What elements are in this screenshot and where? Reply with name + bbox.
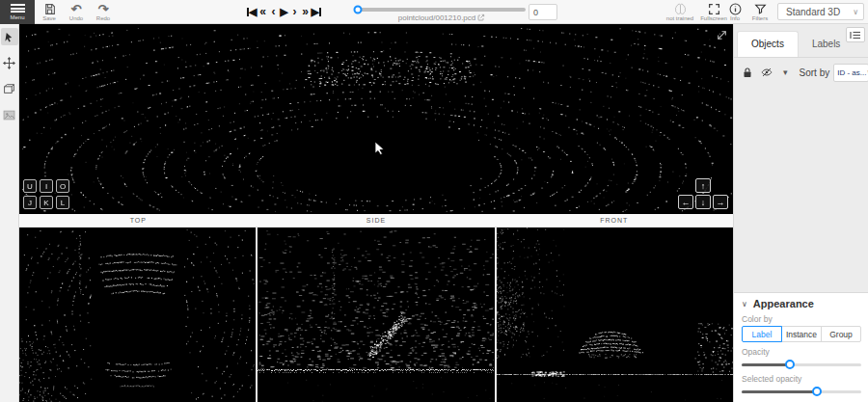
sort-select[interactable]: ID - as... ∨: [833, 64, 868, 82]
selected-opacity-slider[interactable]: [742, 387, 861, 396]
rotate-key-k[interactable]: K: [40, 196, 53, 209]
next-frame-button[interactable]: ›: [289, 3, 299, 20]
color-by-label-button[interactable]: Label: [742, 326, 782, 342]
rotate-key-u[interactable]: U: [23, 179, 37, 193]
filters-button[interactable]: Filters: [748, 1, 772, 23]
frame-number-input[interactable]: [529, 4, 557, 20]
fullscreen-icon: [708, 3, 720, 15]
color-by-instance-button[interactable]: Instance: [781, 326, 822, 342]
photo-context-button[interactable]: [1, 106, 18, 123]
link-icon: [477, 13, 485, 21]
last-frame-button[interactable]: ▶: [311, 3, 320, 20]
opacity-label: Opacity: [742, 347, 861, 357]
camera-rotate-keys: U I O J K L: [23, 179, 69, 209]
forward-frame-button[interactable]: »: [300, 3, 310, 20]
opacity-slider-handle[interactable]: [785, 360, 795, 369]
save-button[interactable]: Save: [37, 1, 62, 23]
backward-frame-button[interactable]: «: [258, 3, 267, 20]
expand-all-caret-icon[interactable]: ▾: [783, 67, 788, 77]
top-view-canvas[interactable]: [19, 228, 256, 402]
move-right-button[interactable]: →: [713, 195, 728, 209]
hide-all-button[interactable]: [761, 67, 773, 77]
lock-all-button[interactable]: [743, 67, 752, 78]
opacity-slider[interactable]: [742, 360, 861, 369]
front-view-label: FRONT: [495, 214, 733, 227]
appearance-panel: ∨ Appearance Color by Label Instance Gro…: [734, 292, 868, 402]
draw-cuboid-button[interactable]: [1, 80, 18, 97]
workspace-select-value: Standard 3D: [778, 7, 853, 17]
frame-slider[interactable]: [358, 8, 526, 12]
hamburger-icon: [11, 4, 25, 13]
first-frame-button[interactable]: ◀: [247, 3, 257, 20]
appearance-header[interactable]: ∨ Appearance: [742, 298, 861, 309]
move-up-button[interactable]: ↑: [695, 178, 711, 193]
workspace-select[interactable]: Standard 3D ∨: [777, 3, 864, 20]
collapse-appearance-icon: ∨: [742, 300, 747, 308]
eye-slash-icon: [761, 67, 773, 77]
menu-button[interactable]: Menu: [0, 0, 35, 24]
cursor-icon: [4, 31, 14, 43]
filter-icon: [754, 3, 767, 15]
sidebar-tabs: Objects Labels: [734, 32, 868, 58]
rotate-key-i[interactable]: I: [40, 179, 53, 193]
menu-label: Menu: [10, 14, 24, 20]
save-icon: [43, 3, 56, 15]
move-tool-button[interactable]: [1, 54, 18, 71]
redo-button[interactable]: ↷ Redo: [91, 1, 116, 23]
front-view-canvas[interactable]: [497, 228, 733, 402]
move-icon: [3, 57, 15, 69]
brain-icon: [673, 3, 688, 15]
objects-list-empty: [734, 85, 868, 292]
top-toolbar: Menu Save ↶ Undo ↷ Redo ◀ « ‹ ▶ › » ▶ po…: [0, 0, 868, 24]
mouse-cursor: [374, 141, 385, 155]
side-view-label: SIDE: [258, 214, 496, 227]
controls-sidebar: [0, 24, 19, 402]
cuboid-icon: [3, 83, 15, 94]
selected-opacity-label: Selected opacity: [742, 374, 861, 384]
rotate-key-l[interactable]: L: [56, 196, 69, 209]
rotate-key-j[interactable]: J: [23, 196, 37, 209]
undo-icon: ↶: [71, 3, 82, 15]
camera-move-keys: ↑ ← ↓ →: [678, 178, 728, 209]
side-view-canvas[interactable]: [258, 228, 494, 402]
ortho-view-labels: TOP SIDE FRONT: [19, 214, 733, 228]
lock-icon: [743, 67, 752, 78]
ai-tools-button[interactable]: not trained: [664, 1, 696, 23]
undo-button[interactable]: ↶ Undo: [64, 1, 89, 23]
image-icon: [3, 110, 15, 121]
tab-labels[interactable]: Labels: [799, 32, 854, 57]
top-view[interactable]: [19, 228, 256, 402]
save-label: Save: [42, 15, 56, 21]
color-by-group-button[interactable]: Group: [821, 326, 861, 342]
side-view[interactable]: [258, 228, 494, 402]
move-left-button[interactable]: ←: [678, 195, 693, 209]
ortho-views: [19, 228, 733, 402]
objects-controls-row: ▾ Sort by ID - as... ∨: [734, 61, 868, 84]
selected-opacity-slider-handle[interactable]: [812, 387, 822, 396]
move-down-button[interactable]: ↓: [695, 195, 711, 209]
filters-label: Filters: [752, 15, 768, 21]
resize-view-icon[interactable]: [716, 29, 728, 41]
info-label: Info: [730, 15, 740, 21]
info-icon: [729, 3, 742, 15]
annotation-app: Menu Save ↶ Undo ↷ Redo ◀ « ‹ ▶ › » ▶ po…: [0, 0, 868, 402]
sort-select-value: ID - as...: [834, 68, 866, 77]
rotate-key-o[interactable]: O: [56, 179, 69, 193]
cursor-tool-button[interactable]: [1, 28, 18, 45]
front-view[interactable]: [497, 228, 733, 402]
perspective-canvas[interactable]: [19, 24, 733, 214]
play-button[interactable]: ▶: [279, 3, 288, 20]
color-by-label: Color by: [742, 314, 861, 324]
appearance-title: Appearance: [753, 298, 814, 309]
tab-objects[interactable]: Objects: [737, 31, 799, 57]
top-view-label: TOP: [19, 214, 258, 227]
redo-icon: ↷: [98, 3, 109, 15]
perspective-view[interactable]: U I O J K L ↑ ← ↓ →: [19, 24, 733, 214]
ai-tools-label: not trained: [666, 15, 693, 21]
objects-sidebar: Objects Labels ▾ Sort by ID - as... ∨ ∨ …: [733, 24, 868, 402]
sort-by-label: Sort by: [800, 67, 830, 78]
previous-frame-button[interactable]: ‹: [268, 3, 278, 20]
color-by-group: Label Instance Group: [742, 326, 861, 342]
info-button[interactable]: Info: [723, 1, 746, 23]
player-controls: ◀ « ‹ ▶ › » ▶: [247, 3, 321, 20]
